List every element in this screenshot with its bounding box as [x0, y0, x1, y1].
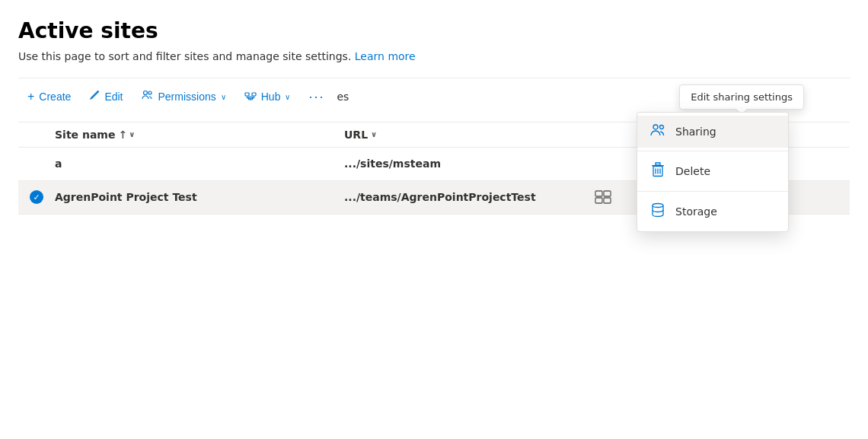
page-subtitle: Use this page to sort and filter sites a… [18, 50, 850, 62]
hub-chevron-icon: ∨ [285, 93, 290, 101]
more-button[interactable]: ··· [299, 84, 333, 110]
sort-up-icon: ↑ [118, 129, 127, 141]
delete-label: Delete [675, 165, 710, 177]
url-chevron-icon: ∨ [371, 130, 377, 138]
hub-label: Hub [261, 91, 281, 103]
svg-point-10 [660, 125, 664, 129]
svg-rect-2 [245, 93, 249, 96]
sort-down-icon: ∨ [129, 130, 135, 138]
permissions-icon [142, 90, 154, 103]
url-col-label: URL [344, 129, 368, 141]
dropdown-item-storage[interactable]: Storage [637, 195, 788, 228]
row2-sitename: AgrenPoint Project Test [55, 183, 344, 211]
row1-url: .../sites/msteam [344, 150, 588, 177]
tooltip-container: Edit sharing settings [679, 84, 804, 110]
hub-button[interactable]: Hub ∨ [235, 85, 300, 108]
dropdown-divider-1 [637, 151, 788, 151]
page-container: Active sites Use this page to sort and f… [0, 0, 868, 215]
url-sort-icon[interactable]: ∨ [371, 130, 377, 138]
svg-rect-3 [252, 93, 256, 96]
create-button[interactable]: + Create [18, 85, 80, 108]
tooltip-text: Edit sharing settings [691, 91, 793, 103]
more-dots-icon: ··· [308, 89, 324, 105]
toolbar: + Create Edit Permissions ∨ [18, 78, 850, 116]
sharing-label: Sharing [675, 126, 716, 138]
row2-url: .../teams/AgrenPointProjectTest [344, 183, 588, 211]
edit-label: Edit [104, 91, 123, 103]
svg-point-0 [143, 91, 147, 95]
row2-action-icon[interactable] [588, 190, 618, 204]
permissions-chevron-icon: ∨ [221, 93, 226, 101]
create-label: Create [39, 91, 71, 103]
subtitle-text: Use this page to sort and filter sites a… [18, 50, 351, 62]
permissions-label: Permissions [158, 91, 216, 103]
extra-text: es [333, 91, 349, 103]
page-title: Active sites [18, 18, 850, 44]
svg-point-9 [653, 125, 658, 129]
plus-icon: + [27, 90, 34, 103]
permissions-button[interactable]: Permissions ∨ [132, 85, 235, 108]
storage-label: Storage [675, 205, 717, 218]
header-sitename-col[interactable]: Site name ↑ ∨ [55, 129, 344, 141]
learn-more-link[interactable]: Learn more [355, 50, 416, 62]
svg-rect-18 [604, 191, 611, 196]
hub-icon [244, 90, 257, 103]
dropdown-item-sharing[interactable]: Sharing [637, 116, 788, 148]
storage-icon [649, 202, 666, 221]
header-url-col[interactable]: URL ∨ [344, 129, 588, 141]
checkbox-checked-icon: ✓ [30, 190, 43, 204]
sharing-icon [649, 123, 666, 140]
edit-button[interactable]: Edit [80, 85, 132, 108]
svg-rect-17 [595, 191, 602, 196]
dropdown-item-delete[interactable]: Delete [637, 154, 788, 188]
svg-point-16 [653, 203, 663, 207]
svg-point-1 [148, 91, 152, 94]
tooltip-bubble: Edit sharing settings [679, 84, 804, 110]
dropdown-menu: Sharing Delete [637, 112, 789, 232]
sitename-col-label: Site name [55, 129, 115, 141]
row2-checkbox[interactable]: ✓ [18, 190, 55, 204]
svg-rect-20 [604, 198, 611, 203]
edit-icon [89, 90, 100, 103]
dropdown-divider-2 [637, 191, 788, 192]
sitename-sort-icons[interactable]: ↑ ∨ [118, 129, 135, 141]
checkmark-icon: ✓ [33, 192, 40, 202]
row1-sitename: a [55, 150, 344, 177]
svg-rect-19 [595, 198, 602, 203]
delete-icon [649, 162, 666, 180]
